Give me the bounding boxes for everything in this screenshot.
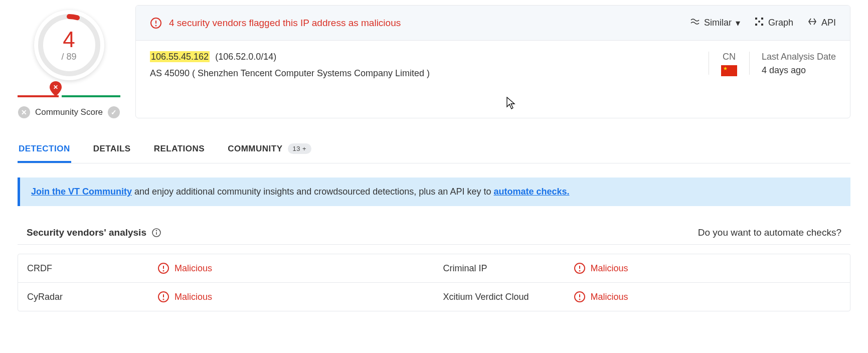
last-analysis-label: Last Analysis Date (762, 52, 836, 62)
alert-icon (150, 17, 162, 29)
svg-point-18 (579, 271, 580, 271)
svg-point-24 (579, 299, 580, 300)
svg-point-12 (156, 231, 156, 231)
malicious-icon (157, 262, 169, 274)
svg-point-3 (156, 25, 156, 26)
automate-checks-prompt[interactable]: Do you want to automate checks? (698, 227, 841, 238)
table-row: CyRadar Malicious Xcitium Verdict Cloud … (18, 283, 850, 311)
graph-icon (754, 17, 764, 29)
community-count-badge: 13 + (288, 143, 312, 154)
info-icon[interactable] (151, 228, 161, 238)
automate-checks-link[interactable]: automate checks. (493, 187, 569, 197)
svg-text:✕: ✕ (53, 84, 58, 91)
svg-rect-6 (755, 24, 757, 26)
vendor-name: CRDF (27, 263, 157, 274)
detection-score-circle: 4 / 89 (34, 10, 104, 80)
community-downvote-icon[interactable]: ✕ (18, 106, 30, 118)
ip-range: (106.52.0.0/14) (215, 52, 276, 62)
community-upvote-icon[interactable]: ✓ (108, 106, 120, 118)
tabs: DETECTION DETAILS RELATIONS COMMUNITY 13… (18, 137, 850, 163)
similar-button[interactable]: Similar ▾ (690, 17, 740, 29)
total-vendors: / 89 (61, 52, 76, 62)
svg-point-21 (163, 299, 164, 300)
api-icon (807, 17, 817, 29)
country-code: CN (721, 52, 737, 62)
country-block: CN (721, 52, 737, 76)
vendor-name: Xcitium Verdict Cloud (443, 292, 574, 302)
svg-rect-7 (761, 24, 763, 26)
vendors-section: Security vendors' analysis Do you want t… (18, 221, 850, 311)
svg-point-8 (758, 21, 760, 23)
graph-button[interactable]: Graph (754, 17, 793, 29)
malicious-icon (574, 262, 586, 274)
svg-rect-4 (755, 18, 757, 20)
chevron-down-icon: ▾ (736, 18, 740, 29)
summary-card: 4 security vendors flagged this IP addre… (135, 5, 850, 118)
tab-details[interactable]: DETAILS (92, 137, 132, 163)
as-info: AS 45090 ( Shenzhen Tencent Computer Sys… (150, 68, 697, 79)
ip-address: 106.55.45.162 (150, 51, 210, 62)
score-section: 4 / 89 ✕ ✕ Community Score ✓ (18, 5, 120, 118)
vendor-name: CyRadar (27, 292, 157, 302)
malicious-icon (157, 291, 169, 303)
vendor-name: Criminal IP (443, 263, 574, 274)
svg-rect-5 (761, 18, 763, 20)
svg-point-15 (163, 271, 164, 271)
malicious-icon (574, 291, 586, 303)
tab-detection[interactable]: DETECTION (18, 137, 71, 163)
community-score-label: Community Score (35, 107, 103, 117)
verdict-malicious: Malicious (157, 291, 212, 303)
promo-banner: Join the VT Community and enjoy addition… (18, 178, 850, 206)
table-row: CRDF Malicious Criminal IP Malicious (18, 254, 850, 283)
join-community-link[interactable]: Join the VT Community (31, 187, 132, 197)
verdict-malicious: Malicious (574, 262, 628, 274)
tab-relations[interactable]: RELATIONS (153, 137, 206, 163)
country-flag-icon (721, 65, 737, 76)
vendor-table: CRDF Malicious Criminal IP Malicious (18, 254, 850, 311)
verdict-malicious: Malicious (574, 291, 628, 303)
similar-icon (690, 17, 700, 29)
tab-community[interactable]: COMMUNITY 13 + (227, 137, 312, 163)
score-marker-icon: ✕ (49, 81, 62, 96)
verdict-malicious: Malicious (157, 262, 212, 274)
last-analysis-value: 4 days ago (762, 65, 836, 76)
flagged-count: 4 (63, 29, 75, 51)
api-button[interactable]: API (807, 17, 836, 29)
vendors-title: Security vendors' analysis (27, 227, 146, 238)
community-score-bar: ✕ ✕ Community Score ✓ (18, 95, 120, 118)
last-analysis-block: Last Analysis Date 4 days ago (762, 52, 836, 76)
alert-text: 4 security vendors flagged this IP addre… (169, 18, 683, 29)
